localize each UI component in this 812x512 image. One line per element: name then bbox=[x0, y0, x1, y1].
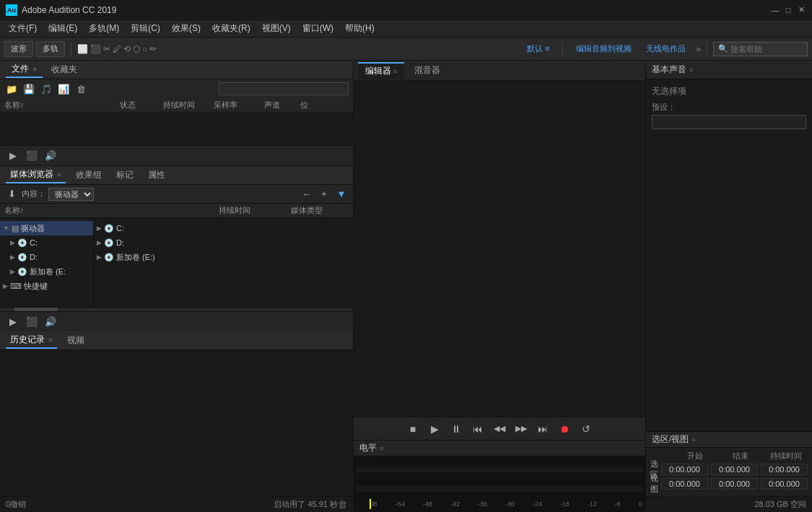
menu-file[interactable]: 文件(F) bbox=[3, 21, 43, 36]
e-label: 新加卷 (E: bbox=[30, 266, 66, 277]
tool-icon-2[interactable]: ⬛ bbox=[90, 44, 101, 54]
tool-icon-1[interactable]: ⬜ bbox=[77, 44, 88, 54]
close-button[interactable]: ✕ bbox=[796, 5, 806, 15]
search-input[interactable] bbox=[730, 45, 803, 53]
basic-sound-menu-icon: ≡ bbox=[689, 66, 693, 74]
tree-right-item-c[interactable]: ▶ 💿 C: bbox=[94, 221, 353, 235]
search-box[interactable]: 🔍 bbox=[713, 42, 808, 56]
tool-icon-5[interactable]: ⟲ bbox=[123, 44, 131, 54]
new-file-button[interactable]: 📁 bbox=[4, 82, 19, 96]
tree-item-shortcuts[interactable]: ▶ ⌨ 快捷键 bbox=[0, 279, 93, 293]
edit-video-button[interactable]: 编辑音频到视频 bbox=[572, 42, 636, 56]
tree-item-d[interactable]: ▶ 💿 D: bbox=[0, 250, 93, 264]
tab-editor[interactable]: 编辑器 ≡ bbox=[358, 62, 404, 79]
tool-icon-4[interactable]: 🖊 bbox=[113, 44, 121, 54]
view-dur-input[interactable] bbox=[761, 478, 808, 490]
file-volume-button[interactable]: 🔊 bbox=[43, 149, 58, 163]
waveform-button[interactable]: 波形 bbox=[4, 41, 33, 57]
transport-play[interactable]: ▶ bbox=[427, 421, 442, 437]
menu-clip[interactable]: 剪辑(C) bbox=[125, 21, 166, 36]
file-stop-button[interactable]: ⬛ bbox=[25, 149, 39, 163]
tree-item-drives[interactable]: ▼ ▤ 驱动器 bbox=[0, 221, 93, 235]
multitrack-button[interactable]: 多轨 bbox=[36, 41, 65, 57]
file-search-input[interactable] bbox=[222, 84, 345, 93]
menu-multitrack[interactable]: 多轨(M) bbox=[83, 21, 125, 36]
view-end-input[interactable] bbox=[711, 478, 758, 490]
more-workspaces-button[interactable]: » bbox=[696, 44, 701, 54]
sel-dur-input[interactable] bbox=[761, 464, 808, 475]
transport-stop[interactable]: ■ bbox=[405, 421, 421, 437]
tab-effects-rack[interactable]: 效果组 bbox=[71, 168, 106, 183]
tab-properties[interactable]: 属性 bbox=[144, 168, 170, 183]
trash-icon[interactable]: 🗑 bbox=[338, 499, 347, 510]
tool-icon-7[interactable]: ○ bbox=[142, 44, 147, 54]
level-menu-icon: ≡ bbox=[380, 445, 383, 452]
tab-mixer[interactable]: 混音器 bbox=[407, 62, 448, 79]
ruler-marks: dB -54 -48 -42 -36 -30 -24 -18 -12 -6 0 bbox=[370, 500, 642, 508]
col-sample: 采样率 bbox=[214, 100, 264, 110]
shortcuts-label: 快捷键 bbox=[24, 281, 48, 292]
c-label: C: bbox=[30, 238, 38, 247]
menu-effects[interactable]: 效果(S) bbox=[166, 21, 206, 36]
maximize-button[interactable]: □ bbox=[783, 5, 793, 15]
tree-item-e[interactable]: ▶ 💿 新加卷 (E: bbox=[0, 264, 93, 279]
right-c-icon: 💿 bbox=[104, 224, 114, 233]
shortcuts-icon: ⌨ bbox=[10, 282, 22, 291]
tab-media-browser[interactable]: 媒体浏览器 ≡ bbox=[6, 167, 66, 183]
menu-help[interactable]: 帮助(H) bbox=[339, 21, 380, 36]
content-select[interactable]: 驱动器 bbox=[48, 188, 94, 201]
media-filter-button[interactable]: ▼ bbox=[334, 187, 349, 201]
selection-content: 开始 结束 持续时间 选区 视图 bbox=[646, 448, 812, 496]
view-start-input[interactable] bbox=[661, 478, 708, 490]
search-icon: 🔍 bbox=[718, 44, 728, 53]
tab-bookmarks[interactable]: 收藏夹 bbox=[45, 62, 83, 77]
tool-icon-8[interactable]: ✏ bbox=[149, 44, 157, 54]
file-search-box[interactable] bbox=[219, 82, 349, 95]
file-play-button[interactable]: ▶ bbox=[6, 149, 20, 163]
transport-skip-start[interactable]: ⏮ bbox=[470, 421, 486, 437]
menu-view[interactable]: 视图(V) bbox=[256, 21, 297, 36]
menu-window[interactable]: 窗口(W) bbox=[297, 21, 339, 36]
file-playback-controls: ▶ ⬛ 🔊 bbox=[0, 145, 353, 165]
radio-button[interactable]: 无线电作品 bbox=[642, 42, 690, 56]
media-add-button[interactable]: + bbox=[317, 187, 331, 201]
transport-loop[interactable]: ↺ bbox=[578, 421, 594, 437]
tree-right-item-d[interactable]: ▶ 💿 D: bbox=[94, 235, 353, 250]
transport-skip-end[interactable]: ⏭ bbox=[535, 421, 551, 437]
minimize-button[interactable]: — bbox=[770, 5, 780, 15]
tab-history[interactable]: 历史记录 ≡ bbox=[6, 332, 57, 349]
media-stop-button[interactable]: ⬛ bbox=[25, 314, 39, 329]
transport-record[interactable]: ⏺ bbox=[556, 421, 572, 437]
media-tree: ▼ ▤ 驱动器 ▶ 💿 C: ▶ 💿 D: ▶ bbox=[0, 218, 353, 307]
sel-start-input[interactable] bbox=[661, 464, 708, 475]
main-content: 文件 ≡ 收藏夹 📁 💾 🎵 📊 🗑 名称↑ 状态 持续时间 采样率 bbox=[0, 61, 812, 512]
media-play-button[interactable]: ▶ bbox=[6, 314, 20, 329]
right-panel: 基本声音 ≡ 无选择项 预设： 选区/视图 ≡ 开始 结束 持续时间 bbox=[646, 61, 812, 512]
menu-edit[interactable]: 编辑(E) bbox=[43, 21, 83, 36]
transport-forward[interactable]: ▶▶ bbox=[513, 421, 529, 437]
tree-right-item-e[interactable]: ▶ 💿 新加卷 (E:) bbox=[94, 250, 353, 264]
tool-icon-3[interactable]: ✂ bbox=[103, 44, 110, 54]
menu-favorites[interactable]: 收藏夹(R) bbox=[206, 21, 256, 36]
col-bit: 位 bbox=[300, 100, 349, 110]
preset-input[interactable] bbox=[652, 115, 806, 129]
default-workspace-button[interactable]: 默认 ≡ bbox=[523, 42, 554, 56]
transport-rewind[interactable]: ◀◀ bbox=[492, 421, 507, 437]
toolbar: 波形 多轨 ⬜ ⬛ ✂ 🖊 ⟲ ⬡ ○ ✏ 默认 ≡ 编辑音频到视频 无线电作品… bbox=[0, 38, 812, 61]
center-panel: 编辑器 ≡ 混音器 ■ ▶ ⏸ ⏮ ◀◀ ▶▶ ⏭ ⏺ ↺ 电平 ≡ bbox=[354, 61, 646, 512]
tab-files[interactable]: 文件 ≡ bbox=[6, 61, 43, 78]
transport-pause[interactable]: ⏸ bbox=[448, 421, 464, 437]
sel-end-input[interactable] bbox=[711, 464, 758, 475]
tab-video[interactable]: 视频 bbox=[63, 333, 89, 348]
media-back-button[interactable]: ← bbox=[300, 187, 314, 201]
tool-icon-6[interactable]: ⬡ bbox=[133, 44, 140, 54]
import-button[interactable]: 🎵 bbox=[39, 82, 53, 96]
tree-item-c[interactable]: ▶ 💿 C: bbox=[0, 235, 93, 250]
media-download-button[interactable]: ⬇ bbox=[4, 187, 19, 201]
tab-markers[interactable]: 标记 bbox=[112, 168, 138, 183]
open-file-button[interactable]: 💾 bbox=[22, 82, 36, 96]
drives-chevron-down: ▼ bbox=[3, 225, 9, 232]
media-volume-button[interactable]: 🔊 bbox=[43, 314, 58, 329]
export-button[interactable]: 📊 bbox=[56, 82, 71, 96]
delete-file-button[interactable]: 🗑 bbox=[74, 82, 88, 96]
